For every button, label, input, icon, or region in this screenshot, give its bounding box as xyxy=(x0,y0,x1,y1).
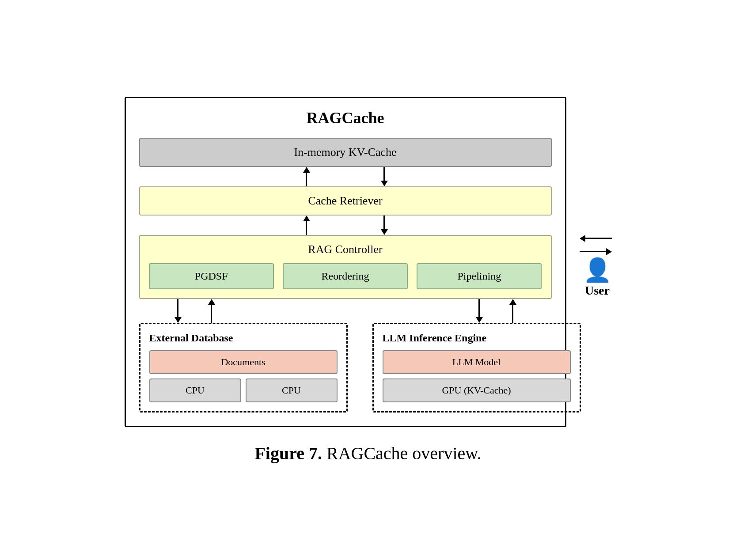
bottom-boxes: External Database Documents CPU CPU LLM … xyxy=(139,323,581,412)
arrow-h-line xyxy=(585,238,612,239)
arrow-h-line xyxy=(580,251,606,252)
rag-controller-title: RAG Controller xyxy=(149,243,542,256)
ragcache-title: RAGCache xyxy=(139,109,552,127)
llm-engine-box: LLM Inference Engine LLM Model GPU (KV-C… xyxy=(372,323,581,412)
arrow-up-from-llm xyxy=(509,299,516,323)
arrowhead-down xyxy=(381,229,388,235)
figure-caption-bold: Figure 7. xyxy=(254,443,322,463)
arrow-line xyxy=(211,305,212,323)
user-arrows xyxy=(580,235,612,255)
cache-retriever-bar: Cache Retriever xyxy=(139,186,552,216)
arrow-down-to-external-db xyxy=(175,299,182,323)
arrowhead-down xyxy=(175,317,182,323)
user-figure: 👤 User xyxy=(583,259,612,298)
arrow-from-rag xyxy=(580,248,612,255)
llm-engine-title: LLM Inference Engine xyxy=(383,332,571,344)
gpu-item: GPU (KV-Cache) xyxy=(383,378,571,402)
arrow-down-from-kv xyxy=(381,167,388,186)
llm-engine-inner: LLM Model GPU (KV-Cache) xyxy=(383,350,571,402)
arrowhead-down xyxy=(476,317,483,323)
reordering-item: Reordering xyxy=(283,263,408,289)
arrow-line xyxy=(383,167,385,181)
cpu2-item: CPU xyxy=(246,378,338,402)
ragcache-main-box: RAGCache In-memory KV-Cache Cache Retrie… xyxy=(125,97,566,427)
arrow-down-to-llm xyxy=(476,299,483,323)
arrowhead-up xyxy=(303,167,310,173)
cpu-row: CPU CPU xyxy=(149,378,338,402)
arrowhead-right xyxy=(606,248,612,255)
arrow-up-from-external-db xyxy=(208,299,215,323)
arrow-line xyxy=(478,299,480,317)
arrowhead-left xyxy=(580,235,585,242)
user-icon: 👤 xyxy=(583,259,612,282)
rag-controller-box: RAG Controller PGDSF Reordering Pipelini… xyxy=(139,235,552,299)
external-db-inner: Documents CPU CPU xyxy=(149,350,338,402)
arrow-into-rag xyxy=(580,235,612,242)
kv-retriever-arrows xyxy=(139,167,552,186)
figure-caption-text: RAGCache overview. xyxy=(322,443,482,463)
pgdsf-item: PGDSF xyxy=(149,263,274,289)
rag-sub-items: PGDSF Reordering Pipelining xyxy=(149,263,542,289)
kv-cache-bar: In-memory KV-Cache xyxy=(139,138,552,167)
arrowhead-up xyxy=(509,299,516,305)
pipelining-item: Pipelining xyxy=(417,263,542,289)
arrow-line xyxy=(512,305,513,323)
arrow-down-from-retriever xyxy=(381,216,388,235)
llm-model-item: LLM Model xyxy=(383,350,571,374)
arrow-up-to-kv xyxy=(303,167,310,186)
figure-caption: Figure 7. RAGCache overview. xyxy=(254,443,481,464)
arrow-line xyxy=(306,173,307,186)
bottom-connector-area xyxy=(139,299,552,323)
arrow-up-to-retriever xyxy=(303,216,310,235)
arrow-line xyxy=(306,221,307,235)
arrow-line xyxy=(383,216,385,229)
external-db-title: External Database xyxy=(149,332,338,344)
cpu1-item: CPU xyxy=(149,378,241,402)
external-db-box: External Database Documents CPU CPU xyxy=(139,323,348,412)
retriever-controller-arrows xyxy=(139,216,552,235)
documents-item: Documents xyxy=(149,350,338,374)
user-block: 👤 User xyxy=(580,235,612,298)
arrowhead-up xyxy=(208,299,215,305)
arrowhead-up xyxy=(303,216,310,221)
user-label: User xyxy=(585,284,610,298)
arrowhead-down xyxy=(381,181,388,186)
arrow-line xyxy=(177,299,178,317)
